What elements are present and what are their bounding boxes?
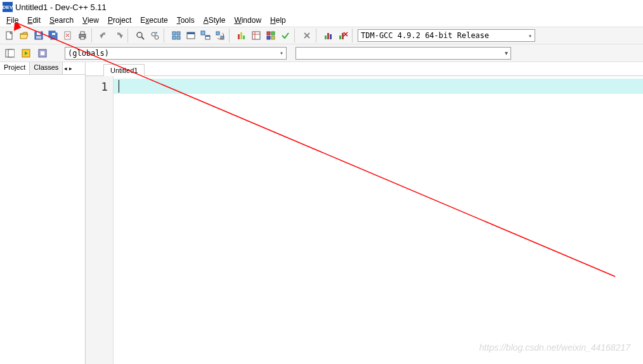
undo-button[interactable] xyxy=(97,29,111,42)
class-browser-button[interactable] xyxy=(36,46,49,60)
editor-area: Untitled1 1 xyxy=(86,62,643,364)
svg-rect-26 xyxy=(216,32,219,35)
svg-rect-23 xyxy=(201,31,205,35)
svg-rect-12 xyxy=(81,37,84,39)
tab-project[interactable]: Project xyxy=(0,62,30,74)
svg-rect-36 xyxy=(267,36,270,39)
svg-rect-37 xyxy=(271,36,275,39)
svg-rect-40 xyxy=(325,36,327,39)
menu-help[interactable]: Help xyxy=(266,15,290,25)
separator xyxy=(294,29,298,42)
svg-line-14 xyxy=(141,37,144,39)
separator xyxy=(316,29,320,42)
svg-rect-2 xyxy=(37,32,41,35)
delete-profile-button[interactable] xyxy=(336,29,350,42)
class-toolbar: (globals) ▾ ▾ xyxy=(0,44,643,62)
tool3-button[interactable] xyxy=(264,29,278,42)
svg-rect-31 xyxy=(252,32,260,39)
text-cursor xyxy=(119,80,119,93)
goto-impl-button[interactable] xyxy=(19,46,33,60)
svg-rect-43 xyxy=(339,36,341,39)
separator xyxy=(352,29,356,42)
svg-rect-19 xyxy=(172,36,176,39)
open-button[interactable] xyxy=(17,29,31,42)
menu-tools[interactable]: Tools xyxy=(173,15,198,25)
menu-execute[interactable]: Execute xyxy=(136,15,171,25)
side-panel: Project Classes ◂ ▸ xyxy=(0,62,86,364)
find-button[interactable] xyxy=(133,29,147,42)
separator xyxy=(127,29,131,42)
current-line-highlight xyxy=(114,79,643,94)
line-gutter: 1 xyxy=(86,76,114,364)
svg-rect-34 xyxy=(267,32,270,35)
menu-astyle[interactable]: AStyle xyxy=(200,15,230,25)
tool1-button[interactable] xyxy=(235,29,249,42)
menu-file[interactable]: File xyxy=(3,15,22,25)
print-button[interactable] xyxy=(75,29,89,42)
menu-edit[interactable]: Edit xyxy=(23,15,44,25)
scope-selected-text: (globals) xyxy=(68,49,109,58)
separator xyxy=(229,29,233,42)
svg-rect-44 xyxy=(342,33,344,39)
replace-button[interactable] xyxy=(148,29,162,42)
svg-rect-3 xyxy=(36,36,41,39)
svg-rect-30 xyxy=(243,36,245,39)
editor-body: 1 xyxy=(86,76,643,364)
line-number: 1 xyxy=(86,80,108,93)
svg-rect-28 xyxy=(238,34,240,39)
save-all-button[interactable] xyxy=(46,29,60,42)
menu-window[interactable]: Window xyxy=(230,15,265,25)
compiler-selected-text: TDM-GCC 4.9.2 64-bit Release xyxy=(361,31,489,40)
chevron-down-icon: ▾ xyxy=(280,49,283,56)
profile-button[interactable] xyxy=(322,29,335,42)
window-title: Untitled1 - Dev-C++ 5.11 xyxy=(15,3,107,12)
separator xyxy=(91,29,95,42)
tool2-button[interactable] xyxy=(249,29,263,42)
svg-rect-25 xyxy=(205,36,210,37)
svg-rect-51 xyxy=(41,51,44,55)
svg-rect-48 xyxy=(8,49,15,57)
menu-search[interactable]: Search xyxy=(46,15,77,25)
new-file-button[interactable] xyxy=(3,29,16,42)
menu-view[interactable]: View xyxy=(79,15,103,25)
svg-rect-42 xyxy=(330,34,332,39)
compile-button[interactable] xyxy=(169,29,183,42)
check-button[interactable] xyxy=(278,29,292,42)
editor-tabs: Untitled1 xyxy=(86,62,643,76)
svg-rect-35 xyxy=(271,32,275,35)
svg-rect-17 xyxy=(172,32,176,35)
debug-stop-button[interactable] xyxy=(300,29,314,42)
tab-classes[interactable]: Classes xyxy=(30,62,63,74)
title-bar: DEV Untitled1 - Dev-C++ 5.11 xyxy=(0,0,643,14)
save-button[interactable] xyxy=(32,29,46,42)
code-area[interactable] xyxy=(114,76,643,364)
compile-run-button[interactable] xyxy=(198,29,212,42)
member-dropdown[interactable]: ▾ xyxy=(296,47,511,60)
svg-rect-29 xyxy=(240,32,242,39)
svg-rect-20 xyxy=(177,36,180,39)
svg-point-16 xyxy=(155,36,159,39)
side-tabs: Project Classes ◂ ▸ xyxy=(0,62,85,75)
menu-project[interactable]: Project xyxy=(104,15,135,25)
goto-decl-button[interactable] xyxy=(3,46,16,60)
svg-point-13 xyxy=(137,32,142,37)
app-icon: DEV xyxy=(3,2,13,12)
tab-scroll[interactable]: ◂ ▸ xyxy=(63,62,74,74)
scope-dropdown[interactable]: (globals) ▾ xyxy=(65,47,287,60)
chevron-down-icon: ▾ xyxy=(505,49,508,56)
editor-tab-untitled1[interactable]: Untitled1 xyxy=(103,64,145,76)
svg-rect-11 xyxy=(81,32,84,34)
run-button[interactable] xyxy=(184,29,198,42)
svg-rect-6 xyxy=(52,33,55,35)
watermark: https://blog.csdn.net/weixin_44168217 xyxy=(479,342,630,353)
svg-rect-41 xyxy=(327,33,329,39)
rebuild-button[interactable] xyxy=(213,29,227,42)
redo-button[interactable] xyxy=(112,29,126,42)
separator xyxy=(164,29,167,42)
svg-rect-18 xyxy=(177,32,180,35)
compiler-dropdown[interactable]: TDM-GCC 4.9.2 64-bit Release ▾ xyxy=(358,29,535,42)
close-button[interactable] xyxy=(61,29,75,42)
chevron-down-icon: ▾ xyxy=(528,32,532,39)
menu-bar: File Edit Search View Project Execute To… xyxy=(0,14,643,27)
main-toolbar: TDM-GCC 4.9.2 64-bit Release ▾ xyxy=(0,27,643,44)
